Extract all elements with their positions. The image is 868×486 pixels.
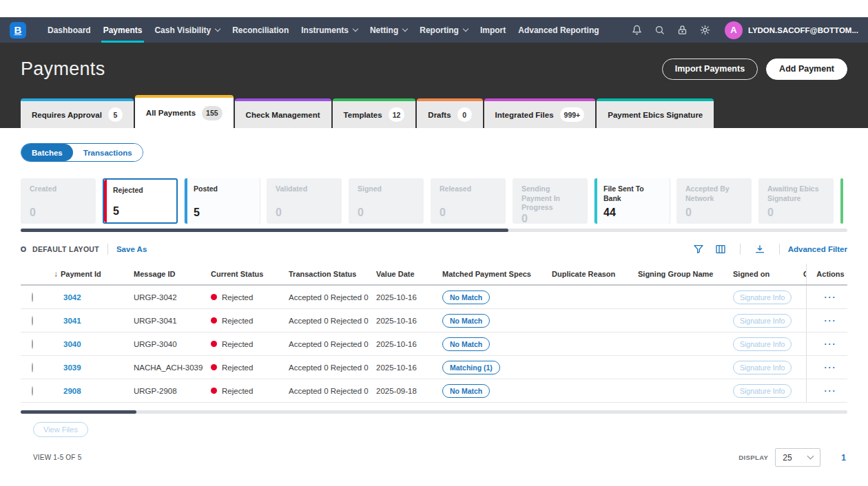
payment-id-link[interactable]: 3041 — [63, 317, 81, 325]
status-card-released[interactable]: Released 0 — [431, 178, 506, 224]
page-number[interactable]: 1 — [841, 453, 846, 463]
advanced-filter-link[interactable]: Advanced Filter — [788, 245, 847, 253]
row-actions-menu[interactable]: ··· — [825, 339, 837, 349]
card-accent-bar — [595, 178, 597, 224]
signature-info-button[interactable]: Signature Info — [733, 361, 792, 374]
tab-check-management[interactable]: Check Management — [235, 98, 331, 128]
card-accent-bar — [185, 178, 187, 224]
nav-item-payments[interactable]: Payments — [97, 17, 149, 43]
download-icon[interactable] — [754, 244, 765, 255]
rejected-status-dot — [211, 364, 217, 370]
status-card-created[interactable]: Created 0 — [21, 178, 96, 224]
view-files-button[interactable]: View Files — [33, 422, 88, 437]
payment-id-link[interactable]: 2908 — [63, 387, 81, 395]
nav-item-dashboard[interactable]: Dashboard — [41, 17, 97, 43]
header-message-id[interactable]: Message ID — [130, 270, 207, 278]
status-card-signed[interactable]: Signed 0 — [349, 178, 424, 224]
divider — [779, 244, 780, 255]
row-select-radio[interactable] — [32, 316, 33, 326]
signature-info-button[interactable]: Signature Info — [733, 384, 792, 398]
header-duplicate-reason[interactable]: Duplicate Reason — [548, 270, 634, 278]
toggle-batches[interactable]: Batches — [21, 144, 73, 161]
tab-integrated-files[interactable]: Integrated Files 999+ — [484, 98, 596, 128]
status-card-awaiting-ebics-signature[interactable]: Awaiting Ebics Signature 0 — [758, 178, 834, 224]
cards-scrollbar-thumb[interactable] — [21, 229, 508, 232]
save-as-link[interactable]: Save As — [116, 245, 147, 253]
table-scrollbar-track[interactable] — [21, 410, 847, 414]
window-top-margin — [0, 0, 868, 17]
matched-specs-pill[interactable]: No Match — [442, 290, 490, 304]
header-transaction-status[interactable]: Transaction Status — [285, 270, 372, 278]
user-avatar[interactable]: A — [725, 21, 743, 39]
sort-desc-icon[interactable]: ↓ — [54, 269, 58, 279]
nav-item-advanced-reporting[interactable]: Advanced Reporting — [512, 17, 605, 43]
header-payment-id[interactable]: ↓Payment Id — [50, 269, 130, 279]
signature-info-button[interactable]: Signature Info — [733, 337, 792, 351]
header-clipped-column[interactable]: C — [799, 270, 806, 278]
chevron-down-icon — [353, 26, 358, 32]
lock-icon[interactable] — [677, 25, 688, 35]
matched-specs-pill[interactable]: No Match — [442, 314, 490, 328]
table-row: 3042 URGP-3042 Rejected Accepted 0 Rejec… — [21, 286, 847, 309]
page-size-select[interactable]: 25 — [775, 448, 820, 467]
import-payments-button[interactable]: Import Payments — [662, 59, 758, 80]
matched-specs-pill[interactable]: No Match — [442, 384, 490, 398]
table-scrollbar-thumb[interactable] — [21, 410, 136, 414]
nav-item-import[interactable]: Import — [474, 17, 512, 43]
row-actions-menu[interactable]: ··· — [825, 363, 837, 372]
status-card-file-sent-to-bank[interactable]: File Sent To Bank 44 — [595, 178, 670, 224]
payment-id-link[interactable]: 3039 — [63, 363, 81, 372]
rejected-status-dot — [211, 388, 217, 394]
header-signed-on[interactable]: Signed on — [729, 270, 799, 278]
search-icon[interactable] — [654, 25, 665, 35]
payment-id-link[interactable]: 3042 — [63, 293, 81, 302]
nav-item-instruments[interactable]: Instruments — [295, 17, 364, 43]
header-current-status[interactable]: Current Status — [207, 270, 285, 278]
table-row: 3039 NACHA_ACH-3039 Rejected Accepted 0 … — [21, 356, 847, 379]
tab-all-payments[interactable]: All Payments 155 — [135, 95, 234, 128]
matched-specs-pill[interactable]: No Match — [442, 337, 490, 351]
columns-icon[interactable] — [715, 244, 726, 255]
value-date: 2025-10-16 — [372, 363, 438, 372]
header-matched-payment-specs[interactable]: Matched Payment Specs — [438, 270, 548, 278]
row-actions-menu[interactable]: ··· — [825, 293, 837, 302]
row-actions-menu[interactable]: ··· — [825, 316, 837, 326]
value-date: 2025-10-16 — [372, 293, 438, 302]
current-status: Rejected — [222, 363, 253, 372]
payment-id-link[interactable]: 3040 — [63, 340, 81, 348]
status-card-rejected[interactable]: Rejected 5 — [103, 178, 178, 224]
nav-item-reconciliation[interactable]: Reconciliation — [226, 17, 295, 43]
tab-templates[interactable]: Templates 12 — [333, 98, 416, 128]
header-signing-group-name[interactable]: Signing Group Name — [634, 270, 729, 278]
row-select-radio[interactable] — [32, 339, 33, 349]
message-id: URGP-2908 — [130, 387, 207, 395]
user-name[interactable]: LYDON.SACOFF@BOTTOM... — [748, 26, 858, 34]
value-date: 2025-09-18 — [372, 387, 438, 395]
header-value-date[interactable]: Value Date — [372, 270, 438, 278]
brand-logo[interactable]: B — [10, 22, 26, 39]
gear-icon[interactable] — [700, 25, 710, 35]
funnel-icon[interactable] — [693, 244, 704, 255]
signature-info-button[interactable]: Signature Info — [733, 314, 792, 328]
status-card-validated[interactable]: Validated 0 — [267, 178, 342, 224]
signature-info-button[interactable]: Signature Info — [733, 290, 792, 304]
bell-icon[interactable] — [632, 25, 642, 35]
toggle-transactions[interactable]: Transactions — [73, 144, 143, 161]
tab-drafts[interactable]: Drafts 0 — [417, 98, 482, 128]
add-payment-button[interactable]: Add Payment — [766, 59, 847, 80]
nav-item-netting[interactable]: Netting — [364, 17, 413, 43]
row-select-radio[interactable] — [32, 293, 33, 302]
tab-payment-ebics-signature[interactable]: Payment Ebics Signature — [597, 98, 714, 128]
tab-requires-approval[interactable]: Requires Approval 5 — [21, 98, 134, 128]
row-select-radio[interactable] — [32, 386, 33, 396]
status-card-accepted-by-network[interactable]: Accepted By Network 0 — [676, 178, 752, 224]
nav-item-reporting[interactable]: Reporting — [413, 17, 474, 43]
row-select-radio[interactable] — [32, 363, 33, 372]
status-card-strip: Created 0 Rejected 5 Posted 5 Validated … — [21, 178, 847, 224]
status-card-posted[interactable]: Posted 5 — [185, 178, 260, 224]
cards-scrollbar-track[interactable] — [21, 229, 847, 232]
status-card-sending-payment-in-progress[interactable]: Sending Payment In Progress 0 — [513, 178, 588, 224]
nav-item-cash-visibility[interactable]: Cash Visibility — [148, 17, 226, 43]
matched-specs-pill[interactable]: Matching (1) — [442, 361, 500, 374]
row-actions-menu[interactable]: ··· — [825, 386, 837, 396]
